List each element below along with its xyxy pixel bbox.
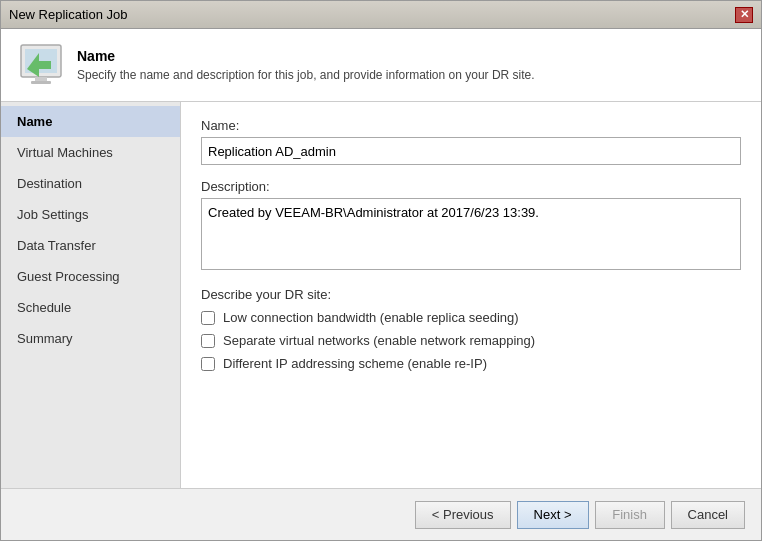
name-label: Name: — [201, 118, 741, 133]
sidebar-item-data-transfer[interactable]: Data Transfer — [1, 230, 180, 261]
sidebar: Name Virtual Machines Destination Job Se… — [1, 102, 181, 488]
svg-rect-3 — [31, 81, 51, 84]
next-button[interactable]: Next > — [517, 501, 589, 529]
header-title: Name — [77, 48, 535, 64]
different-ip-checkbox[interactable] — [201, 357, 215, 371]
name-group: Name: — [201, 118, 741, 165]
finish-button[interactable]: Finish — [595, 501, 665, 529]
content-area: Name Virtual Machines Destination Job Se… — [1, 102, 761, 488]
dialog-title: New Replication Job — [9, 7, 128, 22]
dr-site-group: Describe your DR site: Low connection ba… — [201, 287, 741, 371]
cancel-button[interactable]: Cancel — [671, 501, 745, 529]
svg-rect-2 — [35, 77, 47, 81]
footer: < Previous Next > Finish Cancel — [1, 488, 761, 540]
sidebar-item-schedule[interactable]: Schedule — [1, 292, 180, 323]
checkbox-different-ip-item: Different IP addressing scheme (enable r… — [201, 356, 741, 371]
checkbox-separate-networks-item: Separate virtual networks (enable networ… — [201, 333, 741, 348]
sidebar-item-destination[interactable]: Destination — [1, 168, 180, 199]
checkbox-low-bandwidth-item: Low connection bandwidth (enable replica… — [201, 310, 741, 325]
description-textarea[interactable] — [201, 198, 741, 270]
low-bandwidth-checkbox[interactable] — [201, 311, 215, 325]
job-icon — [17, 41, 65, 89]
sidebar-item-job-settings[interactable]: Job Settings — [1, 199, 180, 230]
previous-button[interactable]: < Previous — [415, 501, 511, 529]
sidebar-item-name[interactable]: Name — [1, 106, 180, 137]
description-group: Description: — [201, 179, 741, 273]
separate-networks-label[interactable]: Separate virtual networks (enable networ… — [223, 333, 535, 348]
low-bandwidth-label[interactable]: Low connection bandwidth (enable replica… — [223, 310, 519, 325]
different-ip-label[interactable]: Different IP addressing scheme (enable r… — [223, 356, 487, 371]
name-input[interactable] — [201, 137, 741, 165]
header-text: Name Specify the name and description fo… — [77, 48, 535, 82]
main-form: Name: Description: Describe your DR site… — [181, 102, 761, 488]
dr-site-label: Describe your DR site: — [201, 287, 741, 302]
dialog-container: New Replication Job ✕ Name Specify the n… — [0, 0, 762, 541]
separate-networks-checkbox[interactable] — [201, 334, 215, 348]
header-description: Specify the name and description for thi… — [77, 68, 535, 82]
description-label: Description: — [201, 179, 741, 194]
sidebar-item-summary[interactable]: Summary — [1, 323, 180, 354]
title-bar: New Replication Job ✕ — [1, 1, 761, 29]
close-button[interactable]: ✕ — [735, 7, 753, 23]
sidebar-item-virtual-machines[interactable]: Virtual Machines — [1, 137, 180, 168]
header-section: Name Specify the name and description fo… — [1, 29, 761, 102]
sidebar-item-guest-processing[interactable]: Guest Processing — [1, 261, 180, 292]
